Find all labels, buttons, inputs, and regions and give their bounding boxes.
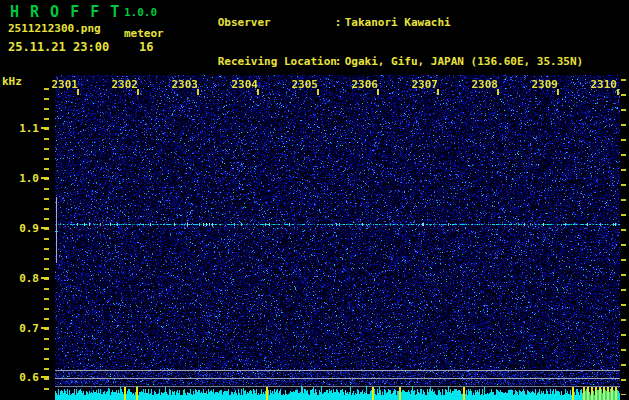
freq-tick-label: 0.8 (6, 272, 39, 285)
time-tick (437, 89, 439, 95)
output-filename: 2511212300.png (8, 22, 101, 35)
freq-major-tick (41, 327, 49, 329)
time-tick (497, 89, 499, 95)
time-tick-label: 2303 (166, 78, 198, 91)
info-label: Receiving Location (218, 55, 335, 68)
time-tick (557, 89, 559, 95)
freq-tick-label: 0.7 (6, 322, 39, 335)
freq-major-tick (41, 227, 49, 229)
info-value: Ogaki, Gifu, JAPAN (136.60E, 35.35N) (345, 55, 583, 68)
time-tick-label: 2308 (466, 78, 498, 91)
info-colon: : (335, 16, 345, 29)
freq-tick-label: 0.9 (6, 222, 39, 235)
freq-tick-label: 1.0 (6, 172, 39, 185)
observation-datetime: 25.11.21 23:00 (8, 40, 109, 54)
freq-tick-label: 1.1 (6, 122, 39, 135)
echo-count: 16 (139, 40, 153, 54)
info-row-observer: Observer:Takanori Kawachi (178, 3, 583, 42)
freq-major-tick (41, 127, 49, 129)
freq-major-tick (41, 376, 49, 378)
time-tick (137, 89, 139, 95)
info-colon: : (335, 55, 345, 68)
time-tick-label: 2302 (106, 78, 138, 91)
time-tick (377, 89, 379, 95)
info-value: Takanori Kawachi (345, 16, 451, 29)
right-margin (620, 75, 629, 400)
right-axis-ticks (621, 79, 626, 395)
spectrogram-plot (55, 75, 620, 400)
time-tick-label: 2301 (46, 78, 78, 91)
freq-minor-ticks (44, 88, 49, 390)
freq-tick-label: 0.6 (6, 371, 39, 384)
time-tick-label: 2304 (226, 78, 258, 91)
hrofft-window: H R O F F T 1.0.0 2511212300.png meteor … (0, 0, 629, 400)
time-tick (317, 89, 319, 95)
time-tick (197, 89, 199, 95)
app-version: 1.0.0 (124, 6, 157, 19)
mode-label: meteor (124, 27, 164, 40)
time-tick (77, 89, 79, 95)
time-tick-label: 2306 (346, 78, 378, 91)
app-title: H R O F F T (10, 3, 120, 21)
freq-major-tick (41, 277, 49, 279)
time-tick-label: 2307 (406, 78, 438, 91)
time-tick (257, 89, 259, 95)
time-tick (617, 89, 619, 95)
time-tick-label: 2310 (585, 78, 617, 91)
time-tick-label: 2309 (526, 78, 558, 91)
info-label: Observer (218, 16, 335, 29)
freq-axis-unit: kHz (2, 75, 22, 88)
time-tick-label: 2305 (286, 78, 318, 91)
freq-major-tick (41, 177, 49, 179)
